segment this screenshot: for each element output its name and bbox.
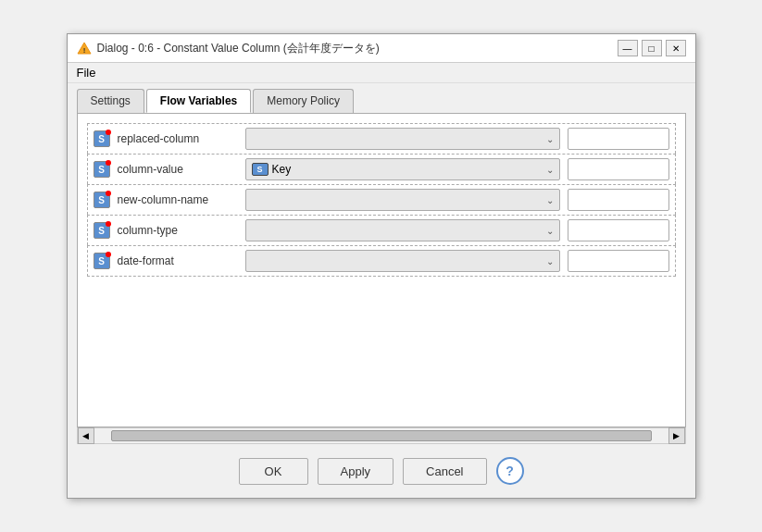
- input-new-column-name[interactable]: [568, 189, 669, 211]
- s-icon-column-type: S: [94, 222, 110, 239]
- cancel-button[interactable]: Cancel: [403, 458, 486, 485]
- list-item: S column-type ⌄: [87, 215, 676, 245]
- label-new-column-name: new-column-name: [118, 193, 238, 206]
- list-item: S replaced-column ⌄: [87, 123, 676, 154]
- footer: OK Apply Cancel ?: [68, 444, 695, 498]
- chevron-down-icon: ⌄: [546, 226, 554, 236]
- maximize-button[interactable]: □: [642, 40, 662, 56]
- scroll-left-button[interactable]: ◀: [78, 427, 94, 444]
- label-date-format: date-format: [118, 254, 238, 267]
- title-bar-left: ! Dialog - 0:6 - Constant Value Column (…: [77, 41, 380, 56]
- file-menu[interactable]: File: [77, 66, 96, 80]
- dropdown-date-format[interactable]: ⌄: [245, 250, 560, 272]
- key-icon: S: [252, 163, 269, 176]
- dropdown-column-value[interactable]: S Key ⌄: [245, 158, 560, 180]
- list-item: S new-column-name ⌄: [87, 184, 676, 215]
- label-column-type: column-type: [118, 224, 238, 237]
- s-icon-column-value: S: [94, 161, 110, 178]
- input-column-type[interactable]: [568, 219, 669, 241]
- close-button[interactable]: ✕: [666, 40, 686, 56]
- label-replaced-column: replaced-column: [118, 132, 238, 145]
- chevron-down-icon: ⌄: [546, 134, 554, 144]
- chevron-down-icon: ⌄: [546, 165, 554, 175]
- warning-icon: !: [77, 41, 92, 56]
- input-column-value[interactable]: [568, 158, 669, 180]
- ok-button[interactable]: OK: [239, 458, 308, 485]
- list-item: S column-value S Key ⌄: [87, 154, 676, 184]
- dropdown-replaced-column[interactable]: ⌄: [245, 128, 560, 150]
- menu-bar: File: [68, 63, 695, 83]
- apply-button[interactable]: Apply: [318, 458, 394, 485]
- title-buttons: — □ ✕: [618, 40, 686, 56]
- input-replaced-column[interactable]: [568, 128, 669, 150]
- dropdown-column-value-text: Key: [272, 163, 292, 176]
- tab-bar: Settings Flow Variables Memory Policy: [68, 83, 695, 113]
- scroll-right-button[interactable]: ▶: [668, 427, 685, 444]
- window-title: Dialog - 0:6 - Constant Value Column (会計…: [97, 41, 380, 56]
- tab-memory-policy[interactable]: Memory Policy: [253, 89, 354, 113]
- scroll-thumb[interactable]: [111, 430, 652, 441]
- title-bar: ! Dialog - 0:6 - Constant Value Column (…: [68, 34, 695, 63]
- dropdown-column-type[interactable]: ⌄: [245, 219, 560, 241]
- svg-text:!: !: [82, 46, 85, 55]
- horizontal-scrollbar[interactable]: ◀ ▶: [77, 427, 686, 444]
- label-column-value: column-value: [118, 163, 238, 176]
- list-item: S date-format ⌄: [87, 245, 676, 277]
- tab-settings[interactable]: Settings: [77, 89, 144, 113]
- content-area: S replaced-column ⌄ S column-value S Key…: [77, 113, 686, 427]
- tab-flow-variables[interactable]: Flow Variables: [146, 89, 251, 113]
- dropdown-new-column-name[interactable]: ⌄: [245, 189, 560, 211]
- s-icon-date-format: S: [94, 253, 110, 269]
- s-icon-replaced-column: S: [94, 130, 110, 147]
- chevron-down-icon: ⌄: [546, 195, 554, 205]
- input-date-format[interactable]: [568, 250, 669, 272]
- main-window: ! Dialog - 0:6 - Constant Value Column (…: [67, 33, 696, 499]
- help-button[interactable]: ?: [496, 457, 524, 485]
- minimize-button[interactable]: —: [618, 40, 638, 56]
- s-icon-new-column-name: S: [94, 192, 110, 208]
- chevron-down-icon: ⌄: [546, 256, 554, 266]
